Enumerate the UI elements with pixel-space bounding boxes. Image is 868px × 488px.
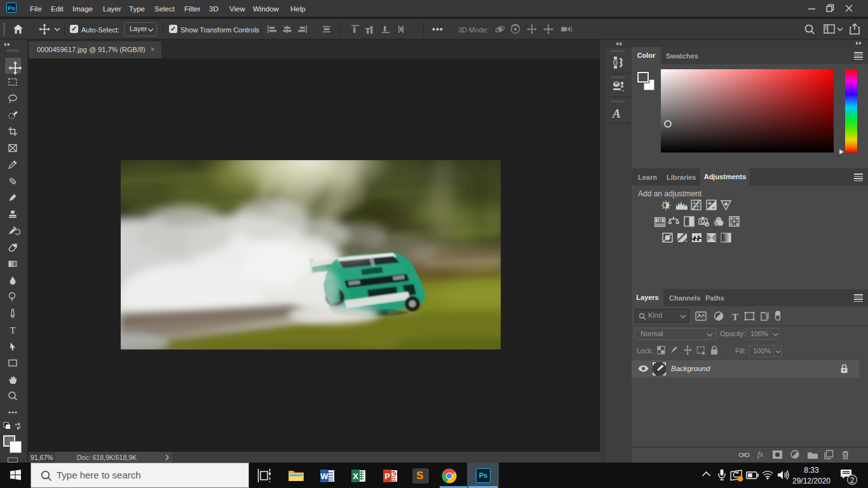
svg-text:X: X — [353, 471, 358, 481]
svg-text:T: T — [732, 312, 738, 322]
svg-text:2: 2 — [850, 476, 855, 485]
svg-text:W: W — [320, 471, 329, 481]
svg-text:T: T — [10, 325, 15, 336]
svg-text:P: P — [384, 471, 390, 481]
